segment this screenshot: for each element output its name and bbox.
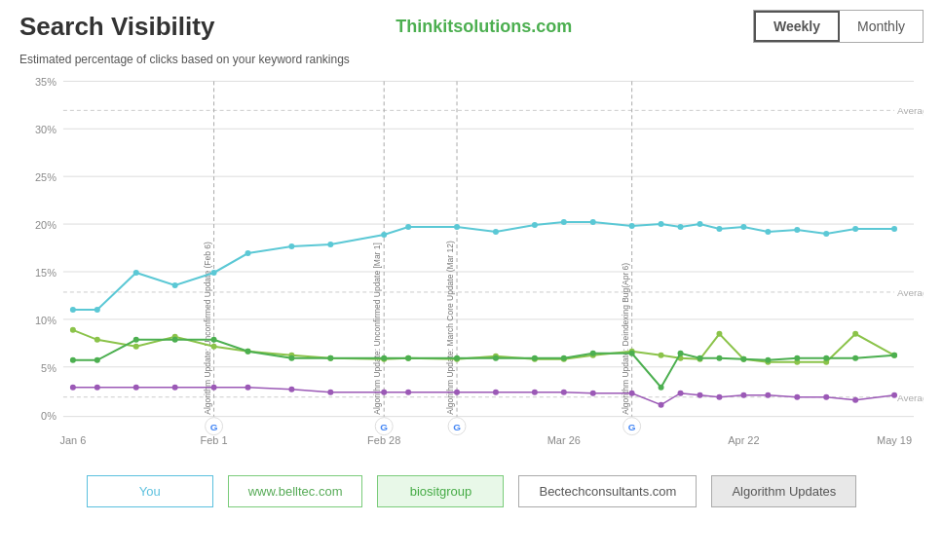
svg-point-140: [678, 391, 684, 396]
svg-text:Jan 6: Jan 6: [59, 434, 86, 446]
svg-text:15%: 15%: [35, 267, 57, 279]
svg-point-59: [590, 219, 596, 225]
svg-point-55: [454, 224, 460, 230]
svg-text:Apr 22: Apr 22: [728, 434, 759, 446]
svg-point-73: [133, 344, 139, 350]
chart-legend: You www.belltec.com biositgroup Bectechc…: [0, 466, 943, 517]
svg-point-65: [740, 224, 746, 230]
svg-point-131: [381, 390, 387, 395]
svg-point-121: [852, 355, 858, 361]
svg-text:0%: 0%: [41, 410, 57, 422]
svg-point-144: [765, 392, 771, 398]
svg-point-71: [70, 327, 76, 333]
svg-point-47: [133, 270, 139, 276]
svg-point-106: [405, 355, 411, 361]
svg-point-146: [823, 394, 829, 400]
svg-point-70: [891, 226, 897, 232]
svg-point-63: [698, 221, 703, 227]
svg-text:25%: 25%: [35, 171, 57, 183]
svg-point-49: [211, 270, 217, 276]
brand-name: Thinkitsolutions.com: [214, 17, 753, 37]
legend-you[interactable]: You: [87, 475, 213, 507]
svg-point-126: [172, 385, 178, 391]
svg-point-119: [794, 355, 800, 361]
svg-point-110: [561, 355, 567, 361]
svg-text:May 19: May 19: [877, 434, 912, 446]
legend-algorithm-updates[interactable]: Algorithm Updates: [711, 475, 856, 507]
svg-point-107: [454, 355, 460, 361]
svg-point-72: [94, 337, 100, 343]
svg-point-48: [172, 282, 178, 288]
svg-point-52: [327, 242, 333, 247]
svg-point-99: [133, 337, 139, 343]
svg-point-57: [532, 222, 538, 228]
svg-text:Algorithm Update: Unconfirmed : Algorithm Update: Unconfirmed Update (Fe…: [203, 242, 212, 415]
svg-text:Feb 28: Feb 28: [367, 434, 400, 446]
svg-point-50: [245, 250, 251, 256]
svg-point-116: [716, 355, 722, 361]
svg-point-135: [532, 390, 538, 395]
view-toggle: Weekly Monthly: [753, 10, 924, 43]
svg-text:Feb 1: Feb 1: [201, 434, 228, 446]
legend-bectech[interactable]: Bectechconsultants.com: [518, 475, 697, 507]
svg-point-133: [454, 390, 460, 395]
svg-text:Algorithm Update: Unconfirmed : Algorithm Update: Unconfirmed Update [Ma…: [372, 243, 382, 415]
svg-point-127: [211, 385, 217, 391]
svg-point-143: [740, 392, 746, 398]
svg-point-129: [288, 387, 294, 392]
svg-point-138: [629, 391, 635, 396]
svg-point-118: [765, 357, 771, 363]
svg-point-105: [381, 355, 387, 361]
svg-point-137: [590, 391, 596, 396]
svg-point-108: [493, 355, 499, 361]
svg-point-61: [659, 221, 664, 227]
svg-text:G: G: [628, 422, 636, 432]
svg-point-101: [211, 337, 217, 343]
svg-point-141: [698, 392, 703, 398]
svg-point-123: [70, 385, 76, 391]
svg-point-132: [405, 390, 411, 395]
monthly-button[interactable]: Monthly: [840, 11, 923, 42]
main-chart-svg: 35% 30% 25% 20% 15% 10% 5% 0% Average Ra…: [19, 71, 924, 461]
svg-point-104: [327, 355, 333, 361]
svg-point-53: [381, 232, 387, 238]
svg-point-97: [70, 357, 76, 363]
svg-point-122: [891, 353, 897, 358]
svg-text:20%: 20%: [35, 219, 57, 231]
legend-biositgroup[interactable]: biositgroup: [377, 475, 504, 507]
svg-point-142: [716, 394, 722, 400]
svg-text:Average Rank #10: Average Rank #10: [897, 392, 924, 403]
svg-point-67: [794, 227, 800, 233]
legend-belltec[interactable]: www.belltec.com: [228, 475, 363, 507]
svg-point-90: [716, 331, 722, 337]
svg-point-95: [852, 331, 858, 337]
svg-point-102: [245, 349, 251, 355]
svg-rect-0: [63, 81, 914, 416]
svg-text:35%: 35%: [35, 76, 57, 88]
chart-subtitle: Estimated percentage of clicks based on …: [0, 53, 943, 71]
svg-point-145: [794, 394, 800, 400]
svg-point-66: [765, 229, 771, 235]
svg-point-46: [94, 307, 100, 313]
svg-text:G: G: [453, 422, 461, 432]
svg-point-56: [493, 229, 499, 235]
svg-point-134: [493, 390, 499, 395]
svg-point-68: [823, 231, 829, 237]
svg-point-87: [659, 353, 664, 358]
page-title: Search Visibility: [19, 12, 214, 42]
svg-point-75: [211, 344, 217, 350]
svg-point-114: [678, 351, 684, 356]
svg-point-45: [70, 307, 76, 313]
svg-text:Mar 26: Mar 26: [547, 434, 581, 446]
svg-point-148: [891, 392, 897, 398]
weekly-button[interactable]: Weekly: [754, 11, 840, 42]
svg-point-51: [288, 243, 294, 249]
svg-point-100: [172, 337, 178, 343]
svg-point-128: [245, 385, 251, 391]
svg-point-103: [288, 355, 294, 361]
svg-point-109: [532, 355, 538, 361]
svg-point-139: [659, 402, 664, 408]
svg-text:30%: 30%: [35, 124, 57, 135]
svg-point-124: [94, 385, 100, 391]
svg-point-111: [590, 351, 596, 356]
